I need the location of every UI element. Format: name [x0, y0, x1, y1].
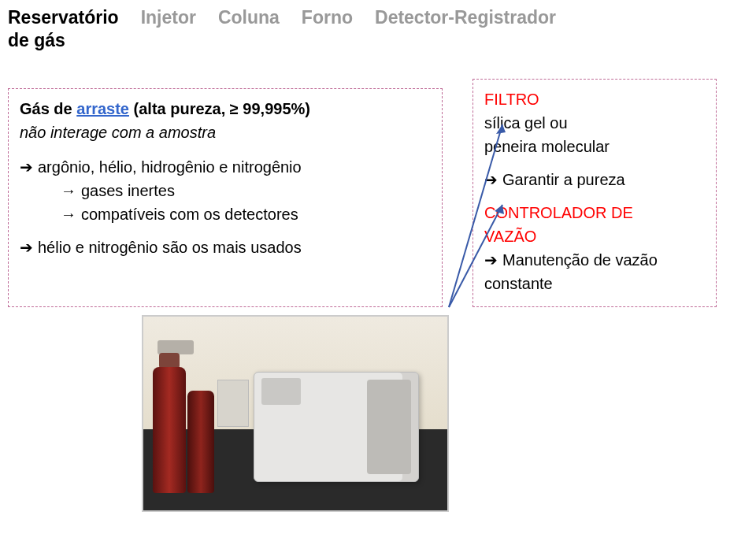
vazao-label1: CONTROLADOR DE: [484, 201, 705, 224]
vazao-label2: VAZÃO: [484, 224, 705, 248]
left-line1: ➔ argônio, hélio, hidrogênio e nitrogêni…: [20, 155, 431, 179]
header-reservatorio-l2: de gás: [8, 29, 119, 52]
arrow-right-icon: ➔: [20, 235, 33, 259]
left-line4: ➔ hélio e nitrogênio são os mais usados: [20, 235, 431, 259]
header-injetor: Injetor: [141, 6, 196, 29]
vazao-line: ➔ Manutenção de vazão: [484, 248, 705, 272]
arrow-right-icon: →: [61, 202, 76, 226]
garantir-text: Garantir a pureza: [502, 168, 625, 191]
vazao-text1: Manutenção de vazão: [502, 248, 658, 272]
header-detector: Detector-Registrador: [375, 6, 556, 29]
left-title-link: arraste: [76, 100, 129, 117]
left-title: Gás de arraste (alta pureza, ≥ 99,995%): [20, 97, 431, 121]
filtro-label: FILTRO: [484, 87, 705, 111]
left-box: Gás de arraste (alta pureza, ≥ 99,995%) …: [8, 88, 443, 307]
garantir-line: ➔ Garantir a pureza: [484, 168, 705, 191]
arrow-right-icon: →: [61, 179, 76, 202]
vazao-text2: constante: [484, 272, 705, 295]
arrow-right-icon: ➔: [20, 155, 33, 179]
content-row: Gás de arraste (alta pureza, ≥ 99,995%) …: [0, 52, 756, 307]
header-forno: Forno: [302, 6, 353, 29]
left-title-suffix: (alta pureza, ≥ 99,995%): [129, 100, 310, 117]
header-reservatorio-l1: Reservatório: [8, 6, 119, 29]
left-title-prefix: Gás de: [20, 100, 76, 117]
header-reservatorio: Reservatório de gás: [8, 6, 119, 52]
filtro-text2: peneira molecular: [484, 135, 705, 158]
filtro-text1: sílica gel ou: [484, 111, 705, 135]
left-line3-text: compatíveis com os detectores: [81, 202, 298, 226]
right-box: FILTRO sílica gel ou peneira molecular ➔…: [472, 79, 717, 307]
arrow-right-icon: ➔: [484, 248, 498, 272]
equipment-photo: [142, 315, 449, 512]
left-subhead: não interage com a amostra: [20, 121, 431, 144]
left-line1-text: argônio, hélio, hidrogênio e nitrogênio: [38, 155, 302, 179]
arrow-right-icon: ➔: [484, 168, 498, 191]
left-line4-text: hélio e nitrogênio são os mais usados: [38, 235, 302, 259]
left-line3: → compatíveis com os detectores: [20, 202, 431, 226]
left-line2-text: gases inertes: [81, 179, 175, 202]
left-line2: → gases inertes: [20, 179, 431, 202]
header-coluna: Coluna: [218, 6, 280, 29]
header-row: Reservatório de gás Injetor Coluna Forno…: [0, 0, 756, 52]
